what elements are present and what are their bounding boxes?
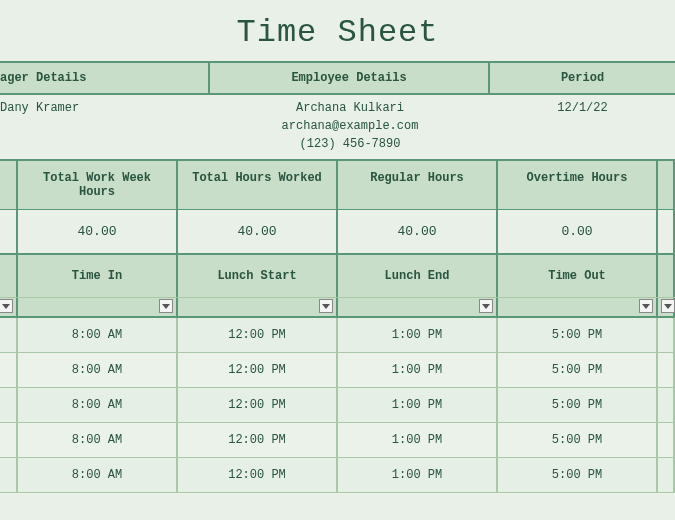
cell-lunch-end: 1:00 PM xyxy=(338,458,498,492)
col-time-out: Time Out xyxy=(498,255,658,297)
employee-email: archana@example.com xyxy=(210,117,490,135)
page-title: Time Sheet xyxy=(0,0,675,61)
table-row: 8:00 AM12:00 PM1:00 PM5:00 PM xyxy=(0,388,675,423)
filter-button[interactable] xyxy=(0,299,13,313)
period-header: Period xyxy=(490,63,675,93)
cell-lunch-start: 12:00 PM xyxy=(178,388,338,422)
cell-time-out: 5:00 PM xyxy=(498,423,658,457)
employee-header: Employee Details xyxy=(210,63,490,93)
filter-button[interactable] xyxy=(639,299,653,313)
table-header: Time In Lunch Start Lunch End Time Out xyxy=(0,255,675,298)
period-value: 12/1/22 xyxy=(490,101,675,115)
summary-label-week: Total Work Week Hours xyxy=(18,161,178,209)
summary-value-overtime: 0.00 xyxy=(498,210,658,253)
employee-phone: (123) 456-7890 xyxy=(210,135,490,153)
filter-button[interactable] xyxy=(479,299,493,313)
details-row: Dany Kramer Archana Kulkari 12/1/22 xyxy=(0,95,675,117)
summary-values: 40.00 40.00 40.00 0.00 xyxy=(0,210,675,255)
table-row: 8:00 AM12:00 PM1:00 PM5:00 PM xyxy=(0,458,675,493)
details-header: ager Details Employee Details Period xyxy=(0,61,675,95)
summary-label-worked: Total Hours Worked xyxy=(178,161,338,209)
cell-time-out: 5:00 PM xyxy=(498,318,658,352)
col-time-in: Time In xyxy=(18,255,178,297)
col-lunch-end: Lunch End xyxy=(338,255,498,297)
cell-time-in: 8:00 AM xyxy=(18,423,178,457)
manager-header: ager Details xyxy=(0,63,210,93)
cell-lunch-end: 1:00 PM xyxy=(338,388,498,422)
cell-lunch-end: 1:00 PM xyxy=(338,423,498,457)
summary-value-week: 40.00 xyxy=(18,210,178,253)
summary-value-regular: 40.00 xyxy=(338,210,498,253)
cell-time-out: 5:00 PM xyxy=(498,388,658,422)
cell-time-out: 5:00 PM xyxy=(498,353,658,387)
manager-name: Dany Kramer xyxy=(0,101,210,115)
cell-lunch-start: 12:00 PM xyxy=(178,458,338,492)
table-row: 8:00 AM12:00 PM1:00 PM5:00 PM xyxy=(0,353,675,388)
summary-header: Total Work Week Hours Total Hours Worked… xyxy=(0,159,675,210)
filter-button[interactable] xyxy=(319,299,333,313)
filter-button[interactable] xyxy=(661,299,675,313)
cell-time-in: 8:00 AM xyxy=(18,458,178,492)
cell-time-in: 8:00 AM xyxy=(18,388,178,422)
summary-value-worked: 40.00 xyxy=(178,210,338,253)
table-row: 8:00 AM12:00 PM1:00 PM5:00 PM xyxy=(0,423,675,458)
cell-time-out: 5:00 PM xyxy=(498,458,658,492)
cell-time-in: 8:00 AM xyxy=(18,318,178,352)
cell-time-in: 8:00 AM xyxy=(18,353,178,387)
cell-lunch-end: 1:00 PM xyxy=(338,353,498,387)
cell-lunch-end: 1:00 PM xyxy=(338,318,498,352)
summary-label-overtime: Overtime Hours xyxy=(498,161,658,209)
cell-lunch-start: 12:00 PM xyxy=(178,318,338,352)
col-lunch-start: Lunch Start xyxy=(178,255,338,297)
table-row: 8:00 AM12:00 PM1:00 PM5:00 PM xyxy=(0,318,675,353)
employee-name: Archana Kulkari xyxy=(210,101,490,115)
cell-lunch-start: 12:00 PM xyxy=(178,353,338,387)
filter-row xyxy=(0,298,675,318)
filter-button[interactable] xyxy=(159,299,173,313)
cell-lunch-start: 12:00 PM xyxy=(178,423,338,457)
summary-label-regular: Regular Hours xyxy=(338,161,498,209)
